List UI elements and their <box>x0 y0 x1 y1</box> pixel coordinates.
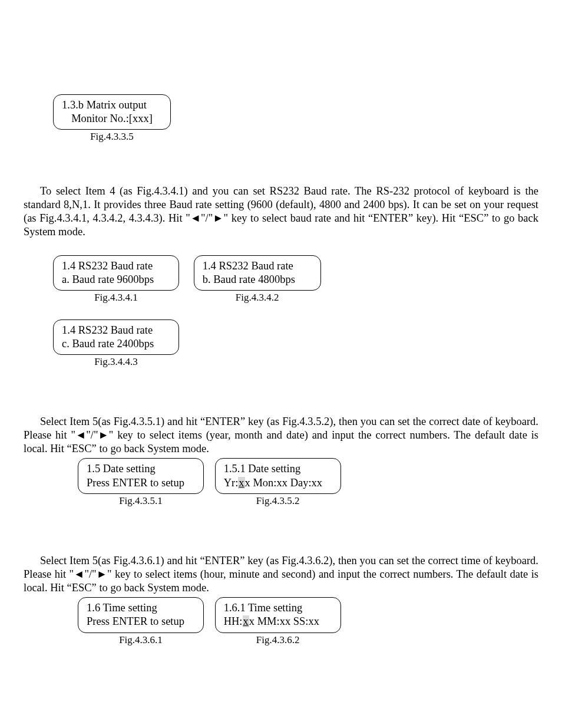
panel-line: 1.6.1 Time setting <box>224 601 332 615</box>
paragraph: To select Item 4 (as Fig.4.3.4.1) and yo… <box>24 185 538 239</box>
figure-caption: Fig.4.3.4.1 <box>53 291 179 304</box>
figure-caption: Fig.3.4.4.3 <box>53 355 179 368</box>
panel-line: 1.5 Date setting <box>87 462 195 476</box>
figure-caption: Fig.4.3.5.1 <box>78 495 204 507</box>
panel-line: HH:xx MM:xx SS:xx <box>224 615 332 628</box>
paragraph: Select Item 5(as Fig.4.3.6.1) and hit “E… <box>24 554 538 595</box>
panel-line: Press ENTER to setup <box>87 476 195 490</box>
panel-line: 1.3.b Matrix output <box>62 98 162 112</box>
panel-line: Press ENTER to setup <box>87 615 195 628</box>
figure-caption: Fig.4.3.5.2 <box>215 495 341 507</box>
panel-line: 1.5.1 Date setting <box>224 462 332 476</box>
panel-line: Monitor No.:[xxx] <box>62 112 162 126</box>
panel-line: b. Baud rate 4800bps <box>203 273 312 286</box>
panel-line: a. Baud rate 9600bps <box>62 273 170 286</box>
figure-caption: Fig.4.3.6.1 <box>78 634 204 646</box>
panel-line: 1.6 Time setting <box>87 601 195 615</box>
panel-line: 1.4 RS232 Baud rate <box>62 259 170 273</box>
cursor-highlight: x <box>238 477 244 489</box>
panel-line: Yr:xx Mon:xx Day:xx <box>224 476 332 490</box>
cursor-highlight: x <box>243 615 249 627</box>
paragraph: Select Item 5(as Fig.4.3.5.1) and hit “E… <box>24 415 538 456</box>
panel-line: c. Baud rate 2400bps <box>62 337 170 351</box>
figure-caption: Fig.4.3.3.5 <box>53 130 171 143</box>
figure-caption: Fig.4.3.4.2 <box>194 291 321 304</box>
panel-line: 1.4 RS232 Baud rate <box>62 324 170 337</box>
figure-caption: Fig.4.3.6.2 <box>215 634 341 646</box>
panel-line: 1.4 RS232 Baud rate <box>203 259 312 273</box>
